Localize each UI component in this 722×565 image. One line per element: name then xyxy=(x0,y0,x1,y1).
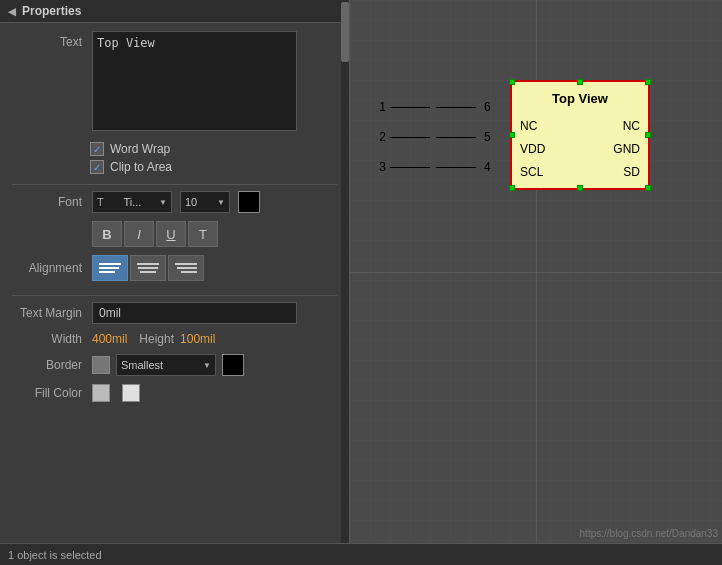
clip-to-area-label: Clip to Area xyxy=(110,160,172,174)
text-margin-input[interactable] xyxy=(92,302,297,324)
font-icon: T xyxy=(97,196,104,208)
pin-row-1: 1 xyxy=(370,100,430,114)
width-label: Width xyxy=(12,332,92,346)
font-family-dropdown[interactable]: T Ti... ▼ xyxy=(92,191,172,213)
height-value: 100mil xyxy=(180,332,215,346)
fill-color-swatch[interactable] xyxy=(122,384,140,402)
text-label: Text xyxy=(12,31,92,49)
pin-row-4: 4 xyxy=(436,160,500,174)
component-title: Top View xyxy=(520,91,640,106)
pin-line-1 xyxy=(390,107,430,108)
main-layout: ◀ Properties Text Top View Word Wrap Cli… xyxy=(0,0,722,543)
font-size-dropdown[interactable]: 10 ▼ xyxy=(180,191,230,213)
handle-bottom-left[interactable] xyxy=(509,185,515,191)
handle-middle-left[interactable] xyxy=(509,132,515,138)
handle-middle-right[interactable] xyxy=(645,132,651,138)
italic-button[interactable]: I xyxy=(124,221,154,247)
border-color-swatch2[interactable] xyxy=(222,354,244,376)
pin-line-5 xyxy=(436,137,476,138)
pin-num-1: 1 xyxy=(370,100,386,114)
pin-vdd: VDD xyxy=(520,142,545,156)
pin-gnd: GND xyxy=(613,142,640,156)
pin-row-3: 3 xyxy=(370,160,430,174)
underline-button[interactable]: U xyxy=(156,221,186,247)
border-label: Border xyxy=(12,358,92,372)
fill-color-label: Fill Color xyxy=(12,386,92,400)
border-color-swatch[interactable] xyxy=(92,356,110,374)
fill-color-row: Fill Color xyxy=(0,384,349,402)
word-wrap-checkbox[interactable] xyxy=(90,142,104,156)
handle-bottom-right[interactable] xyxy=(645,185,651,191)
size-dropdown-arrow: ▼ xyxy=(217,198,225,207)
pin-num-6: 6 xyxy=(484,100,500,114)
strikethrough-button[interactable]: T xyxy=(188,221,218,247)
border-style-dropdown[interactable]: Smallest ▼ xyxy=(116,354,216,376)
divider-2 xyxy=(12,295,337,296)
handle-top-middle[interactable] xyxy=(577,79,583,85)
pin-num-4: 4 xyxy=(484,160,500,174)
border-dropdown-arrow: ▼ xyxy=(203,361,211,370)
font-row: Font T Ti... ▼ 10 ▼ xyxy=(0,191,349,213)
pin-row-6: 6 xyxy=(436,100,500,114)
pin-row-2: 2 xyxy=(370,130,430,144)
panel-collapse-icon[interactable]: ◀ xyxy=(8,6,16,17)
pin-nc-left: NC xyxy=(520,119,537,133)
pin-nc-right: NC xyxy=(623,119,640,133)
divider-1 xyxy=(12,184,337,185)
pin-num-3: 3 xyxy=(370,160,386,174)
align-right-button[interactable] xyxy=(168,255,204,281)
canvas-area[interactable]: Top View NC NC VDD GND SCL SD 1 xyxy=(350,0,722,543)
bold-button[interactable]: B xyxy=(92,221,122,247)
scrollbar-track[interactable] xyxy=(341,0,349,543)
text-input[interactable]: Top View xyxy=(92,31,297,131)
height-label: Height xyxy=(139,332,174,346)
align-center-icon xyxy=(137,263,159,273)
font-size-text: 10 xyxy=(185,196,197,208)
font-label: Font xyxy=(12,195,92,209)
handle-top-left[interactable] xyxy=(509,79,515,85)
text-margin-label: Text Margin xyxy=(12,306,92,320)
clip-to-area-checkbox[interactable] xyxy=(90,160,104,174)
pin-num-5: 5 xyxy=(484,130,500,144)
pin-line-6 xyxy=(436,107,476,108)
panel-title: ◀ Properties xyxy=(0,0,349,23)
alignment-label: Alignment xyxy=(12,261,92,275)
handle-top-right[interactable] xyxy=(645,79,651,85)
pin-row-5: 5 xyxy=(436,130,500,144)
panel-title-text: Properties xyxy=(22,4,81,18)
text-content: Top View xyxy=(92,31,337,134)
pin-scl: SCL xyxy=(520,165,543,179)
watermark: https://blog.csdn.net/Dandan33 xyxy=(580,528,718,539)
component-inner-row1: NC NC xyxy=(520,119,640,133)
properties-panel: ◀ Properties Text Top View Word Wrap Cli… xyxy=(0,0,350,543)
clip-to-area-row: Clip to Area xyxy=(90,160,349,174)
align-center-button[interactable] xyxy=(130,255,166,281)
pin-line-4 xyxy=(436,167,476,168)
status-bar: 1 object is selected xyxy=(0,543,722,565)
fill-color-transparent-swatch[interactable] xyxy=(92,384,110,402)
word-wrap-label: Word Wrap xyxy=(110,142,170,156)
alignment-row: Alignment xyxy=(0,255,349,281)
text-margin-row: Text Margin xyxy=(0,302,349,324)
pin-line-2 xyxy=(390,137,430,138)
width-height-row: Width 400mil Height 100mil xyxy=(0,332,349,346)
pin-num-2: 2 xyxy=(370,130,386,144)
pin-sd: SD xyxy=(623,165,640,179)
scrollbar-thumb[interactable] xyxy=(341,2,349,62)
text-property-row: Text Top View xyxy=(12,31,337,134)
component-inner-row3: SCL SD xyxy=(520,165,640,179)
right-pins: 6 5 4 xyxy=(436,100,500,174)
component-box[interactable]: Top View NC NC VDD GND SCL SD xyxy=(510,80,650,190)
component-inner-row2: VDD GND xyxy=(520,142,640,156)
align-left-icon xyxy=(99,263,121,273)
canvas-crosshair-horizontal xyxy=(350,272,722,273)
handle-bottom-middle[interactable] xyxy=(577,185,583,191)
left-pins: 1 2 3 xyxy=(370,100,430,174)
align-right-icon xyxy=(175,263,197,273)
align-left-button[interactable] xyxy=(92,255,128,281)
font-color-swatch[interactable] xyxy=(238,191,260,213)
status-text: 1 object is selected xyxy=(8,549,102,561)
width-value: 400mil xyxy=(92,332,127,346)
pin-line-3 xyxy=(390,167,430,168)
font-dropdown-arrow: ▼ xyxy=(159,198,167,207)
